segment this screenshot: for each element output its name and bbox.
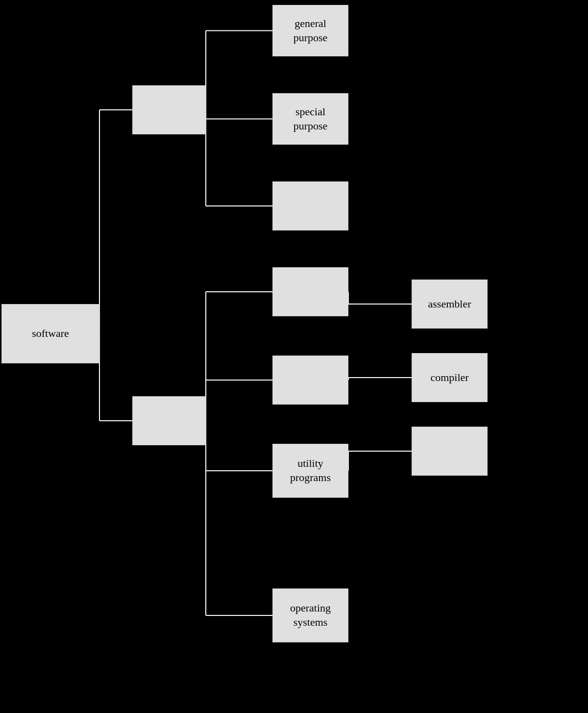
system-node	[132, 396, 206, 445]
node5	[272, 356, 348, 405]
operating-systems-node: operatingsystems	[272, 588, 348, 642]
compiler-label: compiler	[430, 371, 468, 385]
operating-systems-label: operatingsystems	[290, 601, 331, 629]
assembler-node: assembler	[412, 280, 488, 329]
utility-programs-node: utilityprograms	[272, 444, 348, 498]
software-node: software	[1, 304, 99, 363]
application-node	[132, 85, 206, 134]
right-node3	[412, 427, 488, 476]
utility-programs-label: utilityprograms	[290, 457, 331, 484]
general-purpose-node: generalpurpose	[272, 5, 348, 56]
node3	[272, 181, 348, 230]
special-purpose-label: specialpurpose	[294, 105, 328, 133]
general-purpose-label: generalpurpose	[294, 17, 328, 45]
software-label: software	[32, 327, 69, 341]
compiler-node: compiler	[412, 353, 488, 402]
special-purpose-node: specialpurpose	[272, 93, 348, 145]
node4	[272, 267, 348, 316]
assembler-label: assembler	[428, 297, 471, 311]
